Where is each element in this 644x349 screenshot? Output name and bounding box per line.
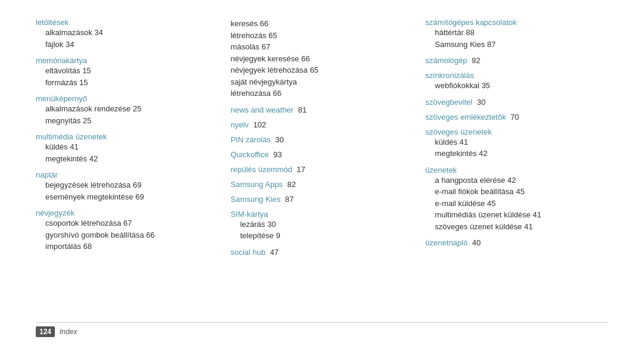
sub-item: események megtekintése 69: [36, 191, 219, 203]
section-heading: naptár: [36, 170, 219, 179]
index-section: számológép 92: [425, 56, 608, 65]
heading-link: számítógépes kapcsolatok: [425, 18, 516, 27]
heading-link: social hub: [231, 248, 266, 257]
section-heading: menüképernyő: [36, 94, 219, 103]
index-section: SIM-kártyalezárás 30telepítése 9: [231, 210, 414, 242]
index-section: multimédia üzenetekküldés 41megtekintés …: [36, 132, 219, 164]
index-section: nyelv 102: [231, 120, 414, 129]
section-heading: névjegyzék: [36, 208, 219, 217]
index-section: üzenetnapló 40: [425, 238, 608, 247]
section-heading: üzenetek: [425, 166, 608, 174]
heading-number: 30: [273, 135, 284, 144]
sub-item: megnyitás 25: [36, 115, 219, 127]
sub-item: lezárás 30: [231, 219, 414, 230]
sub-item: alkalmazások rendezése 25: [36, 103, 219, 115]
section-heading: szöveges emlékeztetők 70: [425, 113, 608, 121]
heading-link: szövegbevitel: [425, 98, 472, 107]
index-section: Quickoffice 93: [231, 150, 414, 159]
heading-link: Quickoffice: [231, 150, 269, 159]
index-section: névjegyzékcsoportok létrehozása 67gyorsh…: [36, 208, 219, 253]
sub-item: fájlok 34: [36, 39, 219, 51]
index-section: üzeneteka hangposta elérése 42e-mail fió…: [425, 166, 608, 233]
index-section: szinkronizáláswebfiókokkal 35: [425, 71, 608, 92]
footer-label: Index: [60, 328, 77, 336]
heading-link: naptár: [36, 170, 58, 179]
index-section: szöveges emlékeztetők 70: [425, 113, 608, 121]
sub-item: e-mail fiókok beállítása 45: [425, 186, 608, 198]
index-section: social hub 47: [231, 248, 414, 257]
sub-item: a hangposta elérése 42: [425, 174, 608, 186]
index-section: számítógépes kapcsolatokháttértár 88Sams…: [425, 18, 608, 50]
sub-item: küldés 41: [36, 141, 219, 153]
heading-number: 81: [296, 105, 306, 114]
index-section: repülés üzemmód 17: [231, 165, 414, 174]
index-section: naptárbejegyzések létrehozása 69eseménye…: [36, 170, 219, 202]
heading-link: PIN zárolás: [231, 135, 271, 144]
sub-item: létrehozása 66: [231, 88, 414, 99]
content-area: letöltésekalkalmazások 34fájlok 34memóri…: [36, 18, 608, 316]
heading-number: 102: [251, 120, 266, 129]
index-section: Samsung Kies 87: [231, 195, 414, 204]
column-1: letöltésekalkalmazások 34fájlok 34memóri…: [36, 18, 231, 316]
section-heading: szöveges üzenetek: [425, 127, 608, 136]
section-heading: social hub 47: [231, 248, 414, 257]
section-heading: Quickoffice 93: [231, 150, 414, 159]
sub-item: alkalmazások 34: [36, 27, 219, 39]
heading-number: 87: [283, 195, 294, 204]
section-heading: számítógépes kapcsolatok: [425, 18, 608, 27]
page: letöltésekalkalmazások 34fájlok 34memóri…: [0, 0, 644, 349]
sub-item: Samsung Kies 87: [425, 39, 608, 51]
heading-link: szöveges üzenetek: [425, 127, 491, 136]
heading-link: Samsung Kies: [231, 195, 281, 204]
heading-link: szinkronizálás: [425, 71, 474, 80]
heading-link: multimédia üzenetek: [36, 132, 107, 141]
heading-number: 17: [295, 165, 305, 174]
index-section: menüképernyőalkalmazások rendezése 25meg…: [36, 94, 219, 126]
heading-link: memóriakártya: [36, 56, 87, 65]
heading-link: menüképernyő: [36, 94, 87, 103]
index-section: letöltésekalkalmazások 34fájlok 34: [36, 18, 219, 50]
heading-link: SIM-kártya: [231, 210, 268, 219]
heading-link: news and weather: [231, 105, 294, 114]
sub-item: saját névjegykártya: [231, 76, 414, 88]
index-section: news and weather 81: [231, 105, 414, 114]
heading-link: számológép: [425, 56, 467, 65]
sub-item: másolás 67: [231, 41, 414, 53]
index-section: szöveges üzenetekküldés 41megtekintés 42: [425, 127, 608, 160]
heading-link: üzenetek: [425, 166, 457, 174]
heading-link: letöltések: [36, 18, 69, 27]
sub-item: telepítése 9: [231, 230, 414, 242]
sub-item: küldés 41: [425, 136, 608, 148]
heading-number: 92: [469, 56, 480, 65]
heading-number: 70: [508, 113, 519, 121]
sub-item: csoportok létrehozása 67: [36, 217, 219, 229]
sub-item: webfiókokkal 35: [425, 80, 608, 92]
index-section: memóriakártyaeltávolítás 15formázás 15: [36, 56, 219, 88]
section-heading: news and weather 81: [231, 105, 414, 114]
footer: 124 Index: [36, 322, 608, 337]
heading-link: üzenetnapló: [425, 238, 467, 247]
section-heading: Samsung Kies 87: [231, 195, 414, 204]
sub-item: háttértár 88: [425, 27, 608, 39]
heading-link: névjegyzék: [36, 208, 75, 217]
sub-item: megtekintés 42: [425, 148, 608, 160]
heading-number: 30: [475, 98, 485, 107]
section-heading: repülés üzemmód 17: [231, 165, 414, 174]
section-heading: szinkronizálás: [425, 71, 608, 80]
sub-item: multimédiás üzenet küldése 41: [425, 209, 608, 221]
heading-link: szöveges emlékeztetők: [425, 113, 506, 121]
section-heading: számológép 92: [425, 56, 608, 65]
heading-number: 40: [470, 238, 481, 247]
sub-item: e-mail küldése 45: [425, 198, 608, 210]
index-section: szövegbevitel 30: [425, 98, 608, 107]
index-section: keresés 66létrehozás 65másolás 67névjegy…: [231, 18, 414, 99]
heading-link: repülés üzemmód: [231, 165, 292, 174]
heading-number: 82: [285, 180, 296, 189]
column-3: számítógépes kapcsolatokháttértár 88Sams…: [425, 18, 608, 316]
sub-item: névjegyek keresése 66: [231, 53, 414, 65]
section-heading: PIN zárolás 30: [231, 135, 414, 144]
section-heading: SIM-kártya: [231, 210, 414, 219]
sub-item: importálás 68: [36, 241, 219, 253]
sub-item: eltávolítás 15: [36, 65, 219, 77]
heading-number: 47: [268, 248, 278, 257]
